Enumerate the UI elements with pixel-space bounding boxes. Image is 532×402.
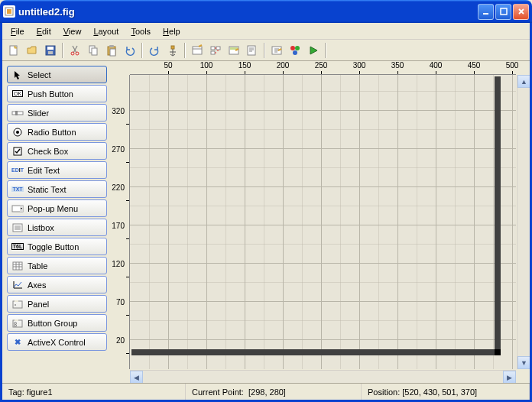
ruler-x-tick: 150	[238, 61, 251, 70]
palette-static-text[interactable]: TXTStatic Text	[7, 180, 107, 198]
open-button[interactable]	[24, 42, 41, 59]
editor-button[interactable]	[244, 42, 261, 59]
svg-point-30	[16, 131, 19, 134]
palette-pop-up-menu[interactable]: Pop-up Menu	[7, 199, 107, 217]
paste-button[interactable]	[103, 42, 120, 59]
ruler-x-tick: 450	[468, 61, 481, 70]
ruler-y-tick: 220	[112, 183, 125, 192]
tab-order-button[interactable]	[207, 42, 224, 59]
layout-grid[interactable]	[130, 75, 516, 369]
palette-label: Listbox	[28, 223, 102, 232]
check-icon	[11, 146, 24, 157]
canvas-area: 50100150200250300350400450500 2070120170…	[112, 61, 530, 383]
svg-rect-16	[193, 47, 202, 54]
copy-button[interactable]	[85, 42, 102, 59]
align-button[interactable]	[164, 42, 181, 59]
scroll-down-icon[interactable]: ▼	[517, 356, 530, 369]
palette-table[interactable]: Table	[7, 257, 107, 274]
gui-options-button[interactable]	[268, 42, 285, 59]
run-button[interactable]	[305, 42, 322, 59]
new-button[interactable]	[5, 42, 22, 59]
palette-check-box[interactable]: Check Box	[7, 142, 107, 160]
svg-rect-18	[216, 47, 220, 50]
palette-axes[interactable]: Axes	[7, 276, 107, 293]
svg-point-42	[15, 324, 17, 326]
palette-toggle-button[interactable]: T6LToggle Button	[7, 238, 107, 255]
svg-rect-7	[48, 51, 53, 54]
TXT-icon: TXT	[11, 184, 24, 195]
palette-listbox[interactable]: Listbox	[7, 219, 107, 236]
minimize-button[interactable]	[478, 4, 494, 20]
maximize-button[interactable]	[495, 4, 511, 20]
ruler-x-tick: 350	[391, 61, 404, 70]
cut-button[interactable]	[66, 42, 83, 59]
svg-rect-13	[110, 49, 115, 56]
close-button[interactable]	[513, 4, 529, 20]
palette-label: Slider	[28, 109, 102, 118]
svg-rect-28	[15, 111, 18, 115]
resize-handle[interactable]	[495, 349, 501, 355]
svg-rect-36	[13, 301, 22, 308]
app-icon	[3, 5, 15, 18]
menu-edit[interactable]: Edit	[31, 25, 57, 37]
svg-rect-17	[211, 47, 215, 50]
palette-activex-control[interactable]: ✖ActiveX Control	[7, 333, 107, 351]
scroll-left-icon[interactable]: ◀	[130, 371, 143, 383]
scroll-right-icon[interactable]: ▶	[503, 371, 516, 383]
palette-panel[interactable]: Panel	[7, 295, 107, 313]
svg-rect-2	[483, 13, 488, 15]
menu-editor-button[interactable]	[189, 42, 206, 59]
menu-view[interactable]: View	[58, 25, 87, 37]
undo-button[interactable]	[122, 42, 138, 59]
svg-rect-6	[47, 47, 54, 50]
object-browser-button[interactable]	[287, 42, 303, 59]
ruler-y-tick: 170	[112, 222, 125, 230]
radio-icon	[11, 127, 24, 138]
ruler-y-tick: 20	[116, 336, 125, 345]
svg-rect-15	[171, 46, 174, 49]
svg-point-24	[290, 46, 295, 50]
menu-tools[interactable]: Tools	[125, 25, 156, 37]
svg-point-8	[71, 52, 74, 55]
toolbar-editor-button[interactable]	[225, 42, 242, 59]
titlebar: untitled2.fig	[0, 0, 532, 23]
palette-label: Toggle Button	[28, 242, 102, 251]
ruler-x-tick: 500	[506, 61, 519, 70]
palette-edit-text[interactable]: EDITEdit Text	[7, 161, 107, 179]
scrollbar-horizontal[interactable]: ◀ ▶	[130, 370, 516, 383]
palette-button-group[interactable]: Button Group	[7, 314, 107, 332]
svg-point-26	[293, 50, 297, 55]
menubar: FileEditViewLayoutToolsHelp	[2, 23, 530, 40]
window-title: untitled2.fig	[18, 6, 478, 18]
menu-help[interactable]: Help	[157, 25, 186, 37]
TGL-icon: T6L	[11, 242, 24, 252]
menu-file[interactable]: File	[5, 25, 30, 37]
palette-slider[interactable]: Slider	[7, 104, 107, 122]
figure-border-bottom	[131, 349, 501, 355]
palette-label: Edit Text	[28, 166, 102, 175]
bgroup-icon	[11, 318, 24, 329]
palette-label: Check Box	[28, 147, 102, 156]
save-button[interactable]	[42, 42, 59, 59]
OK-icon: OK	[11, 89, 24, 99]
palette-label: Button Group	[28, 319, 102, 328]
axes-icon	[11, 280, 24, 290]
status-point-value: [298, 280]	[248, 387, 286, 397]
ruler-y-tick: 70	[116, 298, 125, 306]
list-icon	[11, 222, 24, 233]
ruler-x-tick: 50	[164, 61, 172, 70]
ruler-x-tick: 200	[277, 61, 290, 70]
palette-radio-button[interactable]: Radio Button	[7, 123, 107, 141]
palette-label: Push Button	[28, 89, 102, 99]
svg-rect-40	[15, 319, 18, 321]
palette-push-button[interactable]: OKPush Button	[7, 85, 107, 102]
menu-layout[interactable]: Layout	[88, 25, 124, 37]
scrollbar-vertical[interactable]: ▲ ▼	[517, 75, 530, 369]
palette-label: Select	[28, 70, 102, 79]
redo-button[interactable]	[146, 42, 163, 59]
svg-rect-14	[109, 45, 114, 47]
ruler-x-tick: 100	[200, 61, 213, 70]
scroll-up-icon[interactable]: ▲	[517, 75, 530, 88]
palette-select[interactable]: Select	[7, 66, 107, 83]
palette-label: Radio Button	[28, 128, 102, 137]
